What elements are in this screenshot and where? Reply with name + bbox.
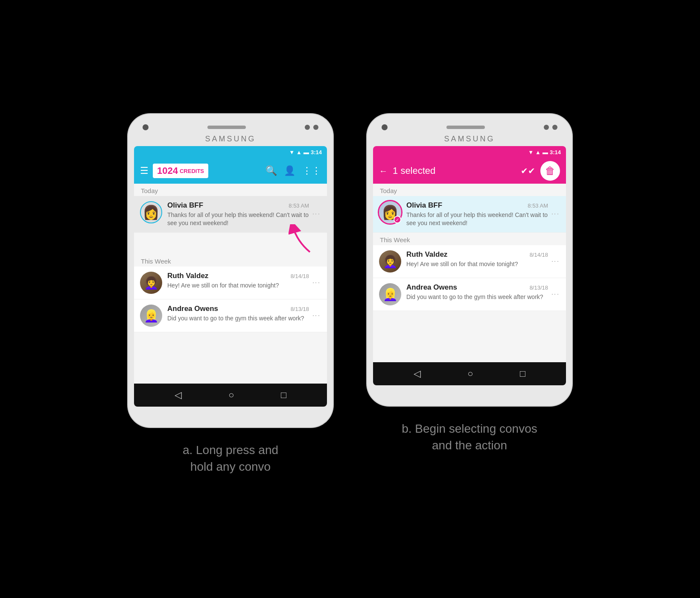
more-menu-olivia-a[interactable]: ⋮ <box>312 210 321 218</box>
more-menu-olivia-b[interactable]: ⋮ <box>551 210 560 218</box>
conv-item-ruth-a[interactable]: 👩‍🦱 Ruth Valdez 8/14/18 Hey! Are we stil… <box>134 267 327 299</box>
selected-label-b: selected <box>400 165 435 176</box>
brand-label-a: SAMSUNG <box>134 135 327 144</box>
home-btn-b[interactable]: ○ <box>467 368 473 379</box>
this-week-label-a: This Week <box>134 254 327 267</box>
conv-preview-andrea-a: Did you want to go to the gym this week … <box>167 314 309 322</box>
avatar-ruth-b: 👩‍🦱 <box>379 250 401 273</box>
earpiece-a <box>207 126 246 129</box>
caption-a: a. Long press and hold any convo <box>183 442 278 475</box>
sensor-b2 <box>552 125 557 130</box>
phone-a-screen: ▼ ▲ ▬ 3:14 ☰ 1024 CREDITS <box>134 146 327 407</box>
status-icons-b: ▼ ▲ ▬ 3:14 <box>528 149 561 155</box>
front-camera-b <box>382 124 388 130</box>
conv-header-olivia-b: Olivia BFF 8:53 AM <box>406 201 548 210</box>
avatar-wrap-olivia-b: 👩 ✓ <box>379 201 401 223</box>
more-menu-ruth-a[interactable]: ⋮ <box>312 279 321 287</box>
conv-header-olivia-a: Olivia BFF 8:53 AM <box>167 201 309 210</box>
check-badge-b: ✓ <box>394 216 401 223</box>
phone-bottom-hardware-b <box>373 385 566 394</box>
app-bar-a: ☰ 1024 CREDITS 🔍 👤 ⋮⋮ <box>134 158 327 184</box>
conv-body-andrea-a: Andrea Owens 8/13/18 Did you want to go … <box>167 305 309 322</box>
page: SAMSUNG ▼ ▲ ▬ 3:14 ☰ <box>0 0 700 598</box>
conv-preview-ruth-b: Hey! Are we still on for that movie toni… <box>406 260 548 268</box>
bottom-nav-a: ◁ ○ □ <box>134 384 327 407</box>
today-label-b: Today <box>373 184 566 196</box>
sensor-b1 <box>544 125 549 130</box>
recents-btn-b[interactable]: □ <box>520 368 525 379</box>
signal-a: ▼ <box>289 149 295 155</box>
double-check-icon-b[interactable]: ✔✔ <box>521 166 535 176</box>
back-btn-a[interactable]: ◁ <box>175 390 182 401</box>
conv-body-ruth-a: Ruth Valdez 8/14/18 Hey! Are we still on… <box>167 272 309 290</box>
front-camera-a <box>143 124 149 130</box>
phone-a-top-hardware <box>134 122 327 135</box>
more-menu-andrea-b[interactable]: ⋮ <box>551 290 560 299</box>
earpiece-b <box>446 126 485 129</box>
menu-icon-a[interactable]: ☰ <box>140 165 149 176</box>
caption-a-line2: hold any convo <box>183 458 278 475</box>
this-week-label-b: This Week <box>373 233 566 245</box>
battery-b: ▬ <box>542 149 548 155</box>
conv-body-olivia-a: Olivia BFF 8:53 AM Thanks for all of you… <box>167 201 309 227</box>
brand-label-b: SAMSUNG <box>373 135 566 144</box>
conv-item-andrea-b[interactable]: 👱‍♀️ Andrea Owens 8/13/18 Did you want t… <box>373 278 566 311</box>
credits-badge-a: 1024 CREDITS <box>153 164 208 178</box>
conv-time-andrea-a: 8/13/18 <box>291 306 309 312</box>
contacts-icon-a[interactable]: 👤 <box>284 165 295 176</box>
credits-label-a: CREDITS <box>180 168 204 174</box>
signal-b: ▼ <box>528 149 534 155</box>
conv-name-andrea-a: Andrea Owens <box>167 305 218 313</box>
conv-item-olivia-a[interactable]: 👩 Olivia BFF 8:53 AM Thanks for all of y… <box>134 196 327 233</box>
avatar-olivia-a: 👩 <box>140 201 162 223</box>
selected-bar-b: ← 1 selected ✔✔ 🗑 <box>373 158 566 184</box>
sensors-b <box>544 125 557 130</box>
phone-bottom-hardware-a <box>134 407 327 415</box>
conv-time-andrea-b: 8/13/18 <box>530 284 548 291</box>
more-menu-ruth-b[interactable]: ⋮ <box>551 258 560 266</box>
grid-icon-a[interactable]: ⋮⋮ <box>302 165 321 176</box>
conv-item-olivia-b[interactable]: 👩 ✓ Olivia BFF 8:53 AM Thanks for all of… <box>373 196 566 233</box>
conv-item-ruth-b[interactable]: 👩‍🦱 Ruth Valdez 8/14/18 Hey! Are we stil… <box>373 245 566 278</box>
conv-body-olivia-b: Olivia BFF 8:53 AM Thanks for all of you… <box>406 201 548 227</box>
selected-text-b: 1 selected <box>393 165 516 176</box>
more-menu-andrea-a[interactable]: ⋮ <box>312 312 321 320</box>
conv-name-ruth-a: Ruth Valdez <box>167 272 208 280</box>
conv-name-olivia-a: Olivia BFF <box>167 201 203 210</box>
caption-b-line2: and the action <box>402 437 537 454</box>
conv-preview-olivia-b: Thanks for all of your help this weekend… <box>406 211 548 227</box>
bottom-nav-b: ◁ ○ □ <box>373 362 566 385</box>
avatar-wrap-olivia-a: 👩 <box>140 201 162 223</box>
time-a: 3:14 <box>311 149 322 155</box>
conv-name-andrea-b: Andrea Owens <box>406 283 457 292</box>
delete-button-b[interactable]: 🗑 <box>540 161 560 181</box>
conv-time-olivia-a: 8:53 AM <box>289 202 309 209</box>
caption-a-line1: a. Long press and <box>183 442 278 458</box>
today-label-a: Today <box>134 184 327 196</box>
sensor-a2 <box>313 125 318 130</box>
conv-time-ruth-b: 8/14/18 <box>530 252 548 258</box>
back-icon-b[interactable]: ← <box>379 166 388 176</box>
empty-space-a <box>134 332 327 384</box>
conv-name-ruth-b: Ruth Valdez <box>406 250 447 259</box>
status-bar-b: ▼ ▲ ▬ 3:14 <box>373 146 566 158</box>
phone-b-top-hardware <box>373 122 566 135</box>
search-icon-a[interactable]: 🔍 <box>265 165 277 176</box>
back-btn-b[interactable]: ◁ <box>414 368 421 379</box>
battery-a: ▬ <box>303 149 309 155</box>
conv-header-ruth-a: Ruth Valdez 8/14/18 <box>167 272 309 280</box>
recents-btn-a[interactable]: □ <box>281 390 286 401</box>
status-bar-a: ▼ ▲ ▬ 3:14 <box>134 146 327 158</box>
time-b: 3:14 <box>550 149 561 155</box>
home-btn-a[interactable]: ○ <box>228 390 234 401</box>
wifi-a: ▲ <box>296 149 302 155</box>
empty-space-b <box>373 311 566 362</box>
conv-header-ruth-b: Ruth Valdez 8/14/18 <box>406 250 548 259</box>
conv-time-ruth-a: 8/14/18 <box>291 273 309 279</box>
arrow-annotation-a <box>289 224 314 256</box>
conv-item-andrea-a[interactable]: 👱‍♀️ Andrea Owens 8/13/18 Did you want t… <box>134 299 327 332</box>
avatar-andrea-b: 👱‍♀️ <box>379 283 401 305</box>
avatar-wrap-ruth-a: 👩‍🦱 <box>140 272 162 294</box>
conv-preview-andrea-b: Did you want to go to the gym this week … <box>406 293 548 301</box>
avatar-ruth-a: 👩‍🦱 <box>140 272 162 294</box>
